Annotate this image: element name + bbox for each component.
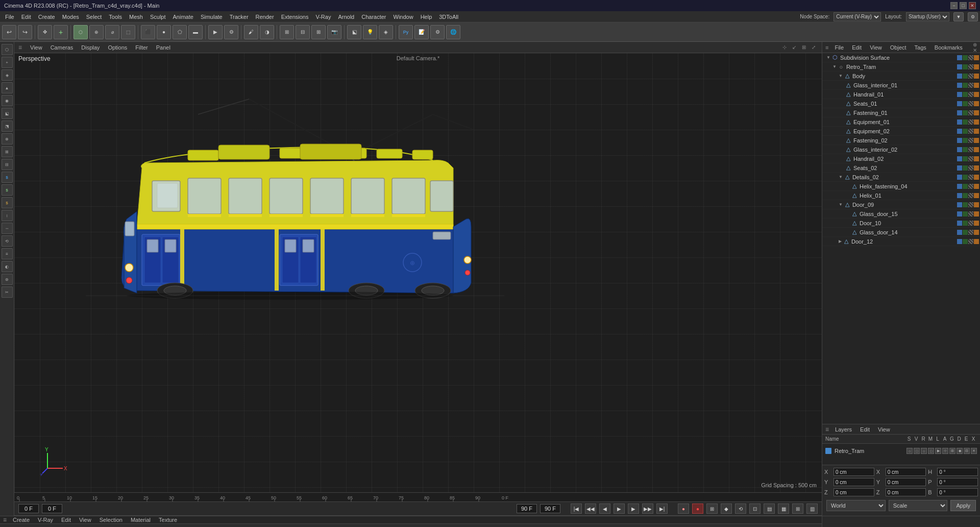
obj-details-02[interactable]: ▼ △ Details_02 bbox=[822, 173, 980, 182]
viewport-canvas[interactable]: Perspective Default Camera.* bbox=[14, 53, 822, 492]
menu-vray[interactable]: V-Ray bbox=[312, 13, 334, 21]
viewport-menu-panel[interactable]: Panel bbox=[156, 44, 170, 51]
left-tool-5[interactable]: ◉ bbox=[2, 95, 13, 106]
left-tool-1[interactable]: ⬡ bbox=[2, 44, 13, 55]
move-tool-button[interactable]: ✥ bbox=[38, 25, 52, 39]
viewport-menu-cameras[interactable]: Cameras bbox=[51, 44, 74, 51]
go-to-start-button[interactable]: |◀ bbox=[571, 504, 582, 514]
obj-handrail-02[interactable]: △ Handrail_02 bbox=[822, 154, 980, 163]
obj-glass-interior-02[interactable]: △ Glass_interior_02 bbox=[822, 145, 980, 154]
next-key-button[interactable]: ▶ bbox=[628, 504, 639, 514]
play-button[interactable]: ▶ bbox=[614, 504, 625, 514]
obj-manager-menu-icon[interactable]: ≡ bbox=[825, 44, 828, 51]
record-button[interactable]: ● bbox=[678, 504, 689, 514]
ui-customize-button[interactable]: ⚙ bbox=[968, 12, 978, 21]
auto-key-button[interactable]: ● bbox=[692, 504, 703, 514]
menu-create[interactable]: Create bbox=[35, 13, 58, 21]
obj-helix-fastening-04[interactable]: △ Helix_fastening_04 bbox=[822, 182, 980, 191]
menu-select[interactable]: Select bbox=[83, 13, 105, 21]
cylinder-button[interactable]: ⬠ bbox=[173, 25, 187, 39]
layer-icon-2[interactable]: □ bbox=[914, 448, 920, 454]
play-button[interactable]: ▶ bbox=[208, 25, 223, 39]
x-rot-value[interactable]: 0 cm bbox=[886, 468, 926, 476]
timeline-btn[interactable]: ⊞ bbox=[792, 504, 803, 514]
obj-fastening-02[interactable]: △ Fastening_02 bbox=[822, 136, 980, 145]
left-tool-12[interactable]: $ bbox=[2, 184, 13, 196]
keyframe-button[interactable]: ◆ bbox=[721, 504, 732, 514]
left-tool-16[interactable]: ⟲ bbox=[2, 235, 13, 247]
scale-coord-select[interactable]: Scale Position Rotation bbox=[889, 500, 948, 511]
python-button[interactable]: Py bbox=[399, 25, 413, 39]
tab-edit-mat[interactable]: Edit bbox=[59, 517, 73, 523]
menu-arnold[interactable]: Arnold bbox=[335, 13, 357, 21]
object-tree[interactable]: ▼ ⬡ Subdivision Surface ▼ ○ Retro_Tram bbox=[822, 53, 980, 424]
model-mode-button[interactable]: ⬡ bbox=[74, 25, 88, 39]
y-pos-value[interactable]: 0 cm bbox=[834, 478, 874, 486]
menu-mesh[interactable]: Mesh bbox=[126, 13, 146, 21]
left-tool-18[interactable]: ◐ bbox=[2, 261, 13, 272]
undo-button[interactable]: ↩ bbox=[2, 25, 16, 39]
tab-texture[interactable]: Texture bbox=[157, 517, 179, 523]
script-button[interactable]: 📝 bbox=[414, 25, 429, 39]
preview-btn[interactable]: ▦ bbox=[778, 504, 789, 514]
prev-key-button[interactable]: ◀ bbox=[599, 504, 610, 514]
tab-layers-edit[interactable]: Edit bbox=[858, 426, 872, 433]
menu-file[interactable]: File bbox=[2, 13, 17, 21]
obj-equipment-02[interactable]: △ Equipment_02 bbox=[822, 127, 980, 136]
tab-vray-mat[interactable]: V-Ray bbox=[36, 517, 55, 523]
tab-layers-view[interactable]: View bbox=[876, 426, 892, 433]
next-frame-button[interactable]: ▶▶ bbox=[642, 504, 653, 514]
menu-animate[interactable]: Animate bbox=[170, 13, 197, 21]
menu-simulate[interactable]: Simulate bbox=[198, 13, 226, 21]
obj-door-12[interactable]: ▶ △ Door_12 bbox=[822, 237, 980, 246]
left-tool-17[interactable]: ≡ bbox=[2, 248, 13, 259]
mat-menu-icon[interactable]: ≡ bbox=[3, 516, 7, 523]
viewport-menu-view[interactable]: View bbox=[30, 44, 42, 51]
maximize-button[interactable]: □ bbox=[960, 2, 967, 9]
obj-helix-01[interactable]: △ Helix_01 bbox=[822, 191, 980, 200]
left-tool-10[interactable]: ⊟ bbox=[2, 159, 13, 170]
b-value[interactable]: 0 ° bbox=[937, 488, 978, 496]
layer-icon-10[interactable]: ✕ bbox=[971, 448, 977, 454]
motion-btn[interactable]: ▤ bbox=[764, 504, 775, 514]
viewport-icon-2[interactable]: ↙ bbox=[790, 43, 798, 52]
left-tool-9[interactable]: ⊞ bbox=[2, 146, 13, 157]
obj-door-09[interactable]: ▼ △ Door_09 bbox=[822, 200, 980, 209]
left-tool-3[interactable]: ◈ bbox=[2, 69, 13, 81]
x-pos-value[interactable]: 0 cm bbox=[834, 468, 874, 476]
material-button[interactable]: ◈ bbox=[379, 25, 393, 39]
layer-icon-4[interactable]: □ bbox=[928, 448, 934, 454]
obj-subdivision-surface[interactable]: ▼ ⬡ Subdivision Surface bbox=[822, 53, 980, 62]
viewport-menu-icon[interactable]: ≡ bbox=[18, 44, 22, 51]
obj-retro-tram[interactable]: ▼ ○ Retro_Tram bbox=[822, 62, 980, 71]
playback-btn-2[interactable]: ⊡ bbox=[749, 504, 761, 514]
y-rot-value[interactable]: 0 cm bbox=[886, 478, 926, 486]
menu-sculpt[interactable]: Sculpt bbox=[147, 13, 169, 21]
layout-options-button[interactable]: ▼ bbox=[953, 12, 964, 21]
obj-door-10[interactable]: △ Door_10 bbox=[822, 219, 980, 228]
redo-button[interactable]: ↪ bbox=[18, 25, 32, 39]
settings-button[interactable]: ⚙ bbox=[224, 25, 238, 39]
menu-3dtoall[interactable]: 3DToAll bbox=[436, 13, 461, 21]
viewport-menu-display[interactable]: Display bbox=[81, 44, 100, 51]
obj-seats-02[interactable]: △ Seats_02 bbox=[822, 163, 980, 173]
obj-seats-01[interactable]: △ Seats_01 bbox=[822, 99, 980, 108]
motion-clip-button[interactable]: ⊞ bbox=[706, 504, 718, 514]
mesh-mode-button[interactable]: ⊕ bbox=[89, 25, 104, 39]
minimize-button[interactable]: − bbox=[950, 2, 958, 9]
viewport-menu-filter[interactable]: Filter bbox=[135, 44, 148, 51]
tab-material[interactable]: Material bbox=[129, 517, 153, 523]
layers-menu-icon[interactable]: ≡ bbox=[825, 426, 829, 433]
light-button[interactable]: 💡 bbox=[363, 25, 377, 39]
tab-edit[interactable]: Edit bbox=[850, 44, 864, 51]
tab-tags[interactable]: Tags bbox=[913, 44, 928, 51]
loop-button[interactable]: ⟲ bbox=[735, 504, 746, 514]
menu-character[interactable]: Character bbox=[358, 13, 389, 21]
z-pos-value[interactable]: 0 cm bbox=[834, 488, 874, 496]
left-tool-19[interactable]: ⊚ bbox=[2, 274, 13, 285]
layer-icon-5[interactable]: ▶ bbox=[935, 448, 941, 454]
left-tool-2[interactable]: + bbox=[2, 57, 13, 68]
tab-function[interactable]: View bbox=[77, 517, 93, 523]
left-tool-13[interactable]: $ bbox=[2, 197, 13, 208]
obj-handrail-01[interactable]: △ Handrail_01 bbox=[822, 90, 980, 99]
